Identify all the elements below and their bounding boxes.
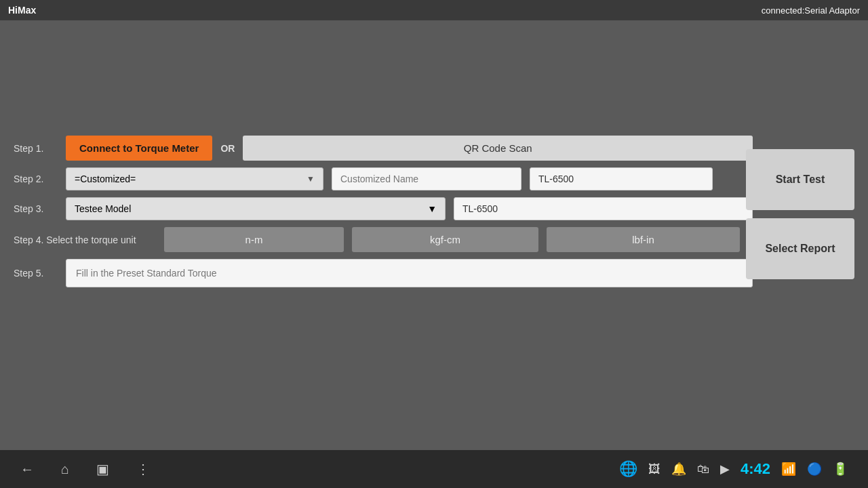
globe-icon: 🌐 <box>619 460 637 478</box>
step2-label: Step 2. <box>14 174 58 184</box>
start-test-button[interactable]: Start Test <box>746 149 854 210</box>
app-title: HiMax <box>8 5 36 16</box>
customized-dropdown-value: =Customized= <box>75 174 136 184</box>
chevron-down-icon-step3: ▼ <box>427 203 437 214</box>
qr-code-scan-button[interactable]: QR Code Scan <box>243 136 753 161</box>
gallery-icon: 🖼 <box>648 462 660 476</box>
testee-model-input[interactable] <box>454 197 753 220</box>
select-report-button[interactable]: Select Report <box>746 218 854 279</box>
step4-row: Step 4. Select the torque unit n-m kgf-c… <box>14 227 753 252</box>
connect-torque-meter-button[interactable]: Connect to Torque Meter <box>66 136 212 161</box>
shop-icon: 🛍 <box>697 462 709 476</box>
customized-name-input[interactable] <box>332 167 521 190</box>
step1-row: Step 1. Connect to Torque Meter OR QR Co… <box>14 136 753 161</box>
home-icon[interactable]: ⌂ <box>61 462 69 477</box>
back-icon[interactable]: ← <box>20 462 34 477</box>
right-panel: Start Test Select Report <box>746 149 854 279</box>
clock-display: 4:42 <box>741 460 770 478</box>
steps-area: Step 1. Connect to Torque Meter OR QR Co… <box>14 136 753 287</box>
testee-model-dropdown[interactable]: Testee Model ▼ <box>66 197 446 220</box>
testee-model-dropdown-value: Testee Model <box>75 203 131 214</box>
step4-label: Step 4. Select the torque unit <box>14 235 156 245</box>
menu-icon[interactable]: ⋮ <box>136 461 150 477</box>
step3-row: Step 3. Testee Model ▼ <box>14 197 753 220</box>
battery-icon: 🔋 <box>833 462 848 476</box>
step2-row: Step 2. =Customized= ▼ <box>14 167 753 190</box>
notification-icon: 🔔 <box>671 462 686 476</box>
step1-label: Step 1. <box>14 143 58 154</box>
step5-row: Step 5. <box>14 259 753 287</box>
kgf-cm-button[interactable]: kgf-cm <box>352 227 538 252</box>
media-icon: ▶ <box>720 462 730 476</box>
bottom-bar: ← ⌂ ▣ ⋮ 🌐 🖼 🔔 🛍 ▶ 4:42 📶 🔵 🔋 <box>0 450 868 488</box>
step5-label: Step 5. <box>14 268 58 279</box>
top-bar: HiMax connected:Serial Adaptor <box>0 0 868 20</box>
step3-label: Step 3. <box>14 203 58 214</box>
nm-button[interactable]: n-m <box>164 227 344 252</box>
nav-icons-left: ← ⌂ ▣ ⋮ <box>20 461 150 477</box>
preset-torque-input[interactable] <box>66 259 753 287</box>
customized-dropdown[interactable]: =Customized= ▼ <box>66 167 323 190</box>
nav-icons-right: 🌐 🖼 🔔 🛍 ▶ 4:42 📶 🔵 🔋 <box>619 460 848 478</box>
connection-status: connected:Serial Adaptor <box>762 5 860 16</box>
wifi-icon: 📶 <box>781 462 796 476</box>
recent-apps-icon[interactable]: ▣ <box>96 461 109 477</box>
or-label: OR <box>220 143 235 154</box>
bluetooth-icon: 🔵 <box>807 462 822 476</box>
chevron-down-icon: ▼ <box>307 174 315 184</box>
lbf-in-button[interactable]: lbf-in <box>547 227 740 252</box>
model-value-input-step2[interactable] <box>530 167 713 190</box>
